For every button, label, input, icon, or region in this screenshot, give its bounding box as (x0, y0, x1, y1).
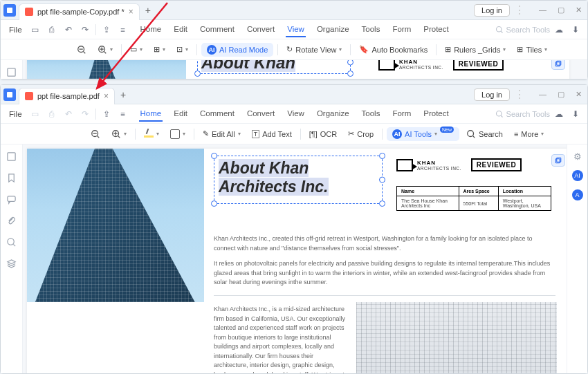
redo-icon[interactable]: ↷ (77, 22, 93, 37)
ocr-button[interactable]: [¶] OCR (305, 129, 341, 140)
tab-title: ppt file-sample.pdf (37, 92, 100, 100)
kebab-menu-icon[interactable]: ⋮ (514, 3, 525, 17)
login-button[interactable]: Log in (474, 4, 510, 17)
maximize-button[interactable]: ▢ (555, 88, 567, 100)
minimize-button[interactable]: — (536, 88, 549, 100)
tab-organize[interactable]: Organize (315, 106, 351, 122)
new-tab-button[interactable]: + (145, 5, 151, 16)
background-button[interactable]: ⊡▾ (172, 44, 192, 55)
share-icon[interactable]: ⇪ (99, 106, 114, 122)
tab-organize[interactable]: Organize (315, 22, 351, 37)
tab-close-icon[interactable]: × (129, 7, 134, 17)
download-icon[interactable]: ⬇ (568, 106, 583, 122)
tab-title: ppt file-sample-Copy.pdf * (37, 8, 125, 16)
tab-view[interactable]: View (286, 106, 306, 122)
ai-tools-button[interactable]: AIAI Tools▾New (387, 127, 459, 141)
minimize-button[interactable]: — (536, 4, 549, 16)
tab-convert[interactable]: Convert (246, 106, 276, 122)
file-menu[interactable]: File (5, 26, 26, 34)
tab-form[interactable]: Form (391, 106, 412, 122)
tab-home[interactable]: Home (139, 106, 163, 122)
zoom-out-button[interactable] (86, 128, 104, 140)
download-icon[interactable]: ⬇ (568, 22, 583, 37)
close-button[interactable]: ✕ (573, 88, 585, 100)
tab-comment[interactable]: Comment (199, 22, 236, 37)
open-icon[interactable]: ▭ (28, 106, 43, 122)
zoom-in-button[interactable]: ▾ (93, 44, 117, 56)
tiles-button[interactable]: ⊞ Tiles▾ (513, 44, 551, 55)
document-tab[interactable]: ppt file-sample-Copy.pdf * × (19, 3, 140, 20)
document-area[interactable]: About Khan Architects Inc. KHANARCHITECT… (23, 144, 567, 373)
tab-comment[interactable]: Comment (199, 106, 236, 122)
open-icon[interactable]: ▭ (28, 22, 43, 37)
tab-edit[interactable]: Edit (172, 106, 189, 122)
tab-edit[interactable]: Edit (172, 22, 189, 37)
maximize-button[interactable]: ▢ (555, 4, 567, 16)
app-window-top: ppt file-sample-Copy.pdf * × + Log in ⋮ … (0, 0, 588, 80)
document-tab[interactable]: ppt file-sample.pdf × (19, 88, 115, 104)
page-layout-button[interactable]: ⊞▾ (149, 44, 169, 55)
close-button[interactable]: ✕ (573, 4, 585, 16)
thumbnails-icon[interactable] (6, 67, 17, 77)
ai-read-mode-button[interactable]: AIAI Read Mode (201, 43, 273, 57)
thumbnails-icon[interactable] (6, 151, 17, 162)
search-tools[interactable]: Search Tools (495, 26, 550, 34)
kebab-menu-icon[interactable]: ⋮ (514, 88, 525, 101)
more-quick-icon[interactable]: ≡ (116, 106, 131, 122)
titlebar: ppt file-sample-Copy.pdf * × + Log in ⋮ … (1, 1, 587, 20)
more-button[interactable]: ≡ More▾ (510, 129, 548, 140)
zoom-in-button[interactable]: ▾ (107, 128, 131, 140)
copy-cloud-button[interactable] (551, 154, 565, 167)
tab-form[interactable]: Form (391, 22, 412, 37)
comments-icon[interactable] (6, 194, 17, 205)
login-button[interactable]: Log in (474, 88, 510, 101)
crop-button[interactable]: ✂ Crop (344, 128, 378, 140)
view-toolbar: ▾ ▭▾ ⊞▾ ⊡▾ AIAI Read Mode ↻ Rotate View▾… (1, 39, 587, 60)
more-quick-icon[interactable]: ≡ (116, 22, 131, 37)
ai-side-button-2[interactable]: A (572, 189, 583, 200)
tab-home[interactable]: Home (139, 22, 163, 37)
tab-protect[interactable]: Protect (422, 106, 450, 122)
main-tabs: Home Edit Comment Convert View Organize … (139, 106, 450, 122)
tab-protect[interactable]: Protect (422, 22, 450, 37)
cloud-icon[interactable]: ☁ (551, 22, 567, 37)
copy-cloud-button[interactable] (551, 60, 565, 70)
undo-icon[interactable]: ↶ (61, 22, 76, 37)
rulers-grids-button[interactable]: ⊞ Rulers _Grids▾ (441, 44, 510, 55)
adjust-icon[interactable]: ⚙ (573, 151, 582, 162)
bookmarks-icon[interactable] (6, 173, 17, 183)
file-menu[interactable]: File (5, 110, 26, 118)
page-display-button[interactable]: ▭▾ (126, 44, 147, 55)
heading-line1: About Khan (219, 159, 309, 177)
cloud-icon[interactable]: ☁ (551, 106, 567, 122)
search-button[interactable]: Search (462, 128, 507, 140)
search-tools[interactable]: Search Tools (495, 110, 550, 118)
document-area[interactable]: About Khan KHANARCHITECTS INC. REVIEWED (23, 60, 587, 79)
tab-close-icon[interactable]: × (104, 91, 109, 101)
auto-bookmarks-button[interactable]: 🔖 Auto Bookmarks (355, 44, 432, 55)
save-icon[interactable]: ⎙ (44, 22, 59, 37)
zoom-out-button[interactable] (73, 44, 91, 56)
attachments-icon[interactable] (6, 216, 17, 226)
share-icon[interactable]: ⇪ (99, 22, 114, 37)
edit-all-button[interactable]: ✎ Edit All▾ (199, 128, 245, 140)
new-tab-button[interactable]: + (120, 89, 126, 100)
paragraph-3: Khan Architects Inc., is a mid-sized arc… (214, 305, 348, 373)
pdf-icon (25, 92, 33, 100)
left-sidebar (1, 60, 23, 79)
rotate-view-button[interactable]: ↻ Rotate View▾ (282, 44, 346, 55)
save-icon[interactable]: ⎙ (44, 106, 59, 122)
tab-tools[interactable]: Tools (360, 106, 382, 122)
text-selection-box[interactable]: About Khan (197, 60, 351, 74)
tab-convert[interactable]: Convert (246, 22, 276, 37)
ai-side-button[interactable]: AI (572, 170, 583, 181)
search-panel-icon[interactable] (6, 237, 17, 247)
tab-tools[interactable]: Tools (360, 22, 382, 37)
layers-icon[interactable] (6, 259, 17, 269)
shape-button[interactable]: ▾ (166, 128, 190, 140)
tab-view[interactable]: View (286, 22, 306, 37)
highlight-button[interactable]: ▾ (140, 129, 163, 139)
add-text-button[interactable]: T Add Text (248, 129, 296, 140)
text-selection-box[interactable]: About Khan Architects Inc. (214, 156, 383, 204)
svg-rect-26 (8, 153, 15, 160)
